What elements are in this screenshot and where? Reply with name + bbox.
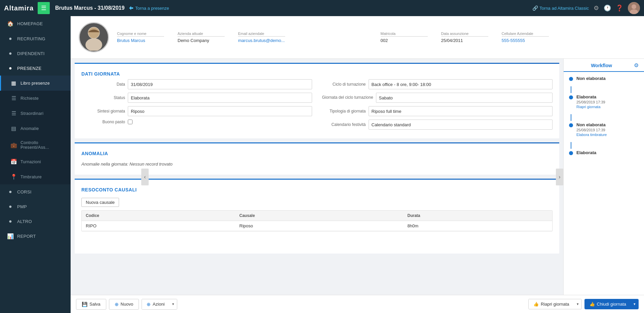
workflow-tab: Workflow ⚙ bbox=[564, 59, 644, 72]
chevron-left-button[interactable]: ‹ bbox=[141, 169, 149, 185]
cognome-nome-value[interactable]: Brutus Marcus bbox=[117, 38, 164, 43]
azioni-plus-icon: ⊕ bbox=[147, 302, 151, 307]
giornata-ciclo-input[interactable] bbox=[376, 93, 553, 103]
workflow-line-1 bbox=[571, 86, 571, 93]
azioni-split-button: ⊕ Azioni ▾ bbox=[142, 299, 177, 310]
profile-field-azienda: Azienda attuale Demo Company bbox=[178, 32, 225, 43]
workflow-panel: Workflow ⚙ Non elaborata Elaborat bbox=[563, 59, 644, 295]
svg-point-6 bbox=[85, 38, 102, 51]
chiudi-main-button[interactable]: 👍 Chiudi giornata bbox=[585, 299, 631, 309]
save-icon: 💾 bbox=[82, 302, 87, 307]
timbrature-icon: 📍 bbox=[10, 174, 17, 180]
status-input[interactable] bbox=[128, 93, 312, 103]
sidebar-item-straordinari[interactable]: ☰ Straordinari bbox=[0, 106, 71, 121]
logo: Altamira bbox=[4, 4, 34, 12]
avatar[interactable] bbox=[628, 2, 640, 14]
sidebar-item-homepage[interactable]: 🏠 HOMEPAGE bbox=[0, 16, 71, 31]
bottom-bar: 💾 Salva ⊕ Nuovo ⊕ Azioni ▾ 👍 Riapri gior… bbox=[71, 295, 644, 313]
azienda-label: Azienda attuale bbox=[178, 32, 225, 37]
form-row-tipologia: Tipologia di giornata bbox=[322, 106, 553, 116]
matricola-label: Matricola bbox=[381, 32, 428, 37]
main: Cognome e nome Brutus Marcus Azienda att… bbox=[71, 16, 644, 313]
calendario-input[interactable] bbox=[369, 120, 553, 130]
form-row-status: Status bbox=[81, 93, 312, 103]
riapri-main-button[interactable]: 👍 Riapri giornata bbox=[529, 299, 574, 309]
form-row-giornata-ciclo: Giornata del ciclo turnazione bbox=[322, 93, 553, 103]
azioni-arrow-button[interactable]: ▾ bbox=[169, 299, 177, 309]
form-row-buono-pasto: Buono pasto bbox=[81, 120, 312, 124]
anomalie-icon: ▤ bbox=[10, 125, 17, 132]
new-causale-button[interactable]: Nuova causale bbox=[81, 198, 119, 207]
col-causale: Causale bbox=[235, 211, 404, 221]
ciclo-input[interactable] bbox=[369, 79, 553, 89]
sintesi-input[interactable] bbox=[128, 106, 312, 116]
sidebar-item-richieste[interactable]: ☰ Richieste bbox=[0, 91, 71, 106]
chiudi-arrow-button[interactable]: ▾ bbox=[631, 299, 638, 309]
profile-header: Cognome e nome Brutus Marcus Azienda att… bbox=[71, 16, 644, 59]
workflow-step-2-link[interactable]: Riapri giornata bbox=[576, 105, 605, 109]
pie-chart bbox=[512, 225, 553, 248]
help-icon[interactable]: ❓ bbox=[616, 4, 623, 12]
buono-pasto-checkbox[interactable] bbox=[128, 120, 132, 124]
back-label: Torna a presenze bbox=[135, 6, 169, 11]
svg-point-2 bbox=[632, 4, 636, 9]
resoconto-title: RESOCONTO CAUSALI bbox=[75, 184, 559, 195]
chiudi-split-button: 👍 Chiudi giornata ▾ bbox=[584, 299, 639, 309]
form-row-data: Data bbox=[81, 79, 312, 89]
sidebar-item-presenze[interactable]: ● PRESENZE bbox=[0, 61, 71, 76]
cellulare-value[interactable]: 555-555555 bbox=[502, 38, 549, 43]
riapri-arrow-button[interactable]: ▾ bbox=[574, 299, 581, 309]
dati-giornata-divider bbox=[75, 63, 559, 64]
profile-field-cognome-nome: Cognome e nome Brutus Marcus bbox=[117, 32, 164, 43]
sidebar-item-recruiting[interactable]: ● RECRUITING bbox=[0, 31, 71, 46]
workflow-dot-2 bbox=[569, 95, 573, 99]
sidebar-sub-presenze: ▦ Libro presenze ☰ Richieste ☰ Straordin… bbox=[0, 76, 71, 184]
data-input[interactable] bbox=[128, 79, 312, 89]
azioni-main-button[interactable]: ⊕ Azioni bbox=[142, 299, 169, 309]
svg-marker-0 bbox=[129, 6, 133, 10]
email-value[interactable]: marcus.brutus@demo... bbox=[238, 38, 285, 43]
corsi-icon: ● bbox=[7, 189, 14, 195]
sidebar-item-report[interactable]: 📊 REPORT bbox=[0, 229, 71, 244]
data-assunzione-value: 25/04/2011 bbox=[441, 38, 488, 43]
workflow-step-1-title: Non elaborata bbox=[576, 76, 606, 81]
new-button[interactable]: ⊕ Nuovo bbox=[109, 299, 139, 310]
sidebar-item-pmp[interactable]: ● PMP bbox=[0, 199, 71, 214]
back-arrow-icon bbox=[128, 5, 134, 11]
sidebar-item-turnazioni[interactable]: 📅 Turnazioni bbox=[0, 154, 71, 169]
altro-icon: ● bbox=[7, 218, 14, 224]
sidebar-item-dipendenti[interactable]: ● DIPENDENTI bbox=[0, 46, 71, 61]
classic-link[interactable]: 🔗 Torna ad Altamira Classic bbox=[532, 5, 589, 11]
anomalia-no-record: Anomalie nella giornata: Nessun record t… bbox=[75, 159, 559, 169]
topbar-right: 🔗 Torna ad Altamira Classic ⚙ 🕐 ❓ bbox=[532, 2, 640, 14]
cognome-nome-label: Cognome e nome bbox=[117, 32, 164, 37]
sidebar-item-altro[interactable]: ● ALTRO bbox=[0, 214, 71, 229]
tipologia-label: Tipologia di giornata bbox=[322, 109, 366, 114]
workflow-step-2: Elaborata 25/08/2019 17:39 Riapri giorna… bbox=[569, 94, 639, 109]
workflow-dot-1 bbox=[569, 77, 573, 81]
new-plus-icon: ⊕ bbox=[115, 302, 119, 307]
chart-area bbox=[75, 225, 559, 248]
sidebar-item-timbrature[interactable]: 📍 Timbrature bbox=[0, 169, 71, 184]
workflow-gear-icon[interactable]: ⚙ bbox=[634, 62, 639, 69]
sidebar-item-anomalie[interactable]: ▤ Anomalie bbox=[0, 121, 71, 136]
chevron-right-button[interactable]: › bbox=[556, 169, 563, 185]
form-row-ciclo: Ciclo di turnazione bbox=[322, 79, 553, 89]
settings-icon[interactable]: ⚙ bbox=[594, 4, 599, 12]
sidebar-item-libro-presenze[interactable]: ▦ Libro presenze bbox=[0, 76, 71, 91]
workflow-step-3-link[interactable]: Elabora timbrature bbox=[576, 133, 607, 137]
save-button[interactable]: 💾 Salva bbox=[76, 299, 106, 310]
email-label: Email aziendale bbox=[238, 32, 285, 37]
tipologia-input[interactable] bbox=[369, 106, 553, 116]
workflow-step-4: Elaborata bbox=[569, 150, 639, 155]
svg-point-7 bbox=[88, 28, 99, 38]
dipendenti-icon: ● bbox=[7, 50, 14, 56]
sidebar-item-controllo[interactable]: 💼 Controllo Presenti/Ass... bbox=[0, 136, 71, 154]
clock-icon[interactable]: 🕐 bbox=[604, 4, 611, 12]
back-link[interactable]: Torna a presenze bbox=[128, 5, 169, 11]
content-area: ‹ › DATI GIORNATA Data bbox=[71, 59, 644, 295]
menu-button[interactable]: ☰ bbox=[38, 2, 50, 14]
btn-right-group: 👍 Riapri giornata ▾ 👍 Chiudi giornata ▾ bbox=[528, 299, 639, 309]
sidebar-item-corsi[interactable]: ● CORSI bbox=[0, 184, 71, 199]
dati-giornata-grid: Data Status Sintesi giornata bbox=[75, 79, 559, 133]
